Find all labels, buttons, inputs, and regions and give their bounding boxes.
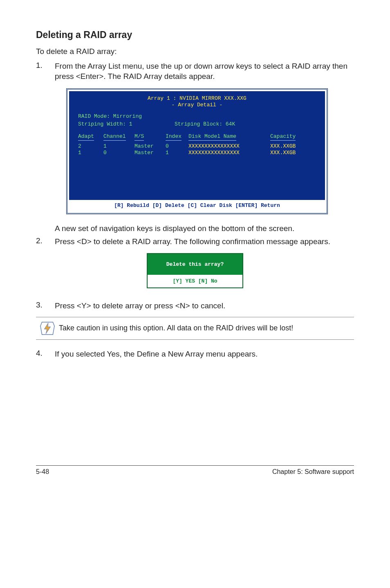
section-heading: Deleting a RAID array: [36, 29, 354, 40]
footer-chapter: Chapter 5: Software support: [272, 468, 354, 476]
hdr-index: Index: [166, 133, 182, 141]
svg-marker-1: [44, 323, 50, 334]
cell-adapt: 2: [78, 143, 103, 150]
lightning-caution-icon: [36, 321, 59, 336]
hdr-model: Disk Model Name: [188, 133, 236, 141]
bios-screen: Array 1 : NVIDIA MIRROR XXX.XXG - Array …: [66, 88, 328, 214]
step-text-4: If you selected Yes, the Define a New Ar…: [55, 349, 258, 359]
cell-ms: Master: [134, 150, 166, 156]
step-number-2: 2.: [36, 236, 55, 245]
bios-striping-width: Striping Width: 1: [78, 121, 175, 128]
cell-model: XXXXXXXXXXXXXXXX: [188, 143, 270, 150]
bios-table-row: 1 0 Master 1 XXXXXXXXXXXXXXXX XXX.XXGB: [78, 150, 316, 156]
hdr-adapt: Adapt: [78, 133, 94, 141]
step-number-4: 4.: [36, 349, 55, 358]
cell-channel: 0: [103, 150, 134, 156]
dialog-question: Delete this array?: [148, 254, 242, 275]
cell-capacity: XXX.XXGB: [270, 150, 307, 156]
bios-footer-keys: [R] Rebuild [D] Delete [C] Clear Disk [E…: [69, 200, 325, 211]
cell-channel: 1: [103, 143, 134, 150]
bios-table-header: Adapt Channel M/S Index Disk Model Name …: [78, 133, 316, 141]
hdr-ms: M/S: [134, 133, 144, 141]
bios-raid-mode: RAID Mode: Mirroring: [78, 113, 316, 120]
cell-index: 1: [166, 150, 188, 156]
cell-capacity: XXX.XXGB: [270, 143, 307, 150]
cell-index: 0: [166, 143, 188, 150]
dialog-options: [Y] YES [N] No: [148, 275, 242, 287]
after-bios-text: A new set of navigation keys is displaye…: [55, 223, 294, 234]
bios-striping-block: Striping Block: 64K: [175, 121, 235, 128]
step-text-1: From the Array List menu, use the up or …: [55, 61, 354, 82]
bios-title-line-2: - Array Detail -: [69, 102, 325, 108]
cell-adapt: 1: [78, 150, 103, 156]
step-number-1: 1.: [36, 61, 55, 70]
intro-text: To delete a RAID array:: [36, 46, 354, 57]
step-text-3: Press <Y> to delete array or press <N> t…: [55, 301, 225, 311]
bios-title-line-1: Array 1 : NVIDIA MIRROR XXX.XXG: [69, 95, 325, 102]
hdr-capacity: Capacity: [270, 133, 296, 141]
caution-callout: Take caution in using this option. All d…: [36, 317, 354, 340]
step-number-3: 3.: [36, 301, 55, 310]
hdr-channel: Channel: [103, 133, 126, 141]
cell-ms: Master: [134, 143, 166, 150]
bios-table-row: 2 1 Master 0 XXXXXXXXXXXXXXXX XXX.XXGB: [78, 143, 316, 150]
step-text-2: Press <D> to delete a RAID array. The fo…: [55, 236, 330, 247]
cell-model: XXXXXXXXXXXXXXXX: [188, 150, 270, 156]
footer-page-number: 5-48: [36, 468, 49, 476]
confirm-dialog: Delete this array? [Y] YES [N] No: [147, 253, 243, 288]
page-footer: 5-48 Chapter 5: Software support: [36, 465, 354, 476]
caution-text: Take caution in using this option. All d…: [59, 324, 293, 332]
